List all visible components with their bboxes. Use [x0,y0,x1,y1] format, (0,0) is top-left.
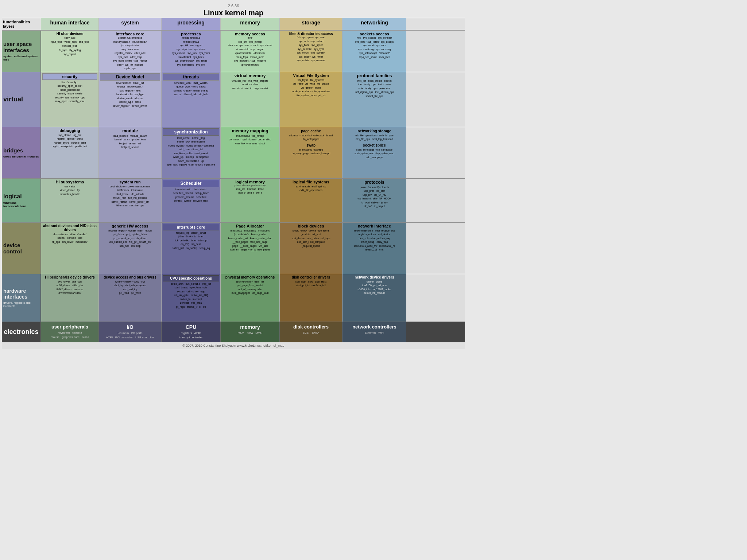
row-hardware-interfaces: hardware interfaces drivers, registers a… [2,274,465,322]
virtual-proc-items: schedule_work · INIT_WORK queue_work · w… [163,81,219,97]
device-proc-items: request_irq · tasklet_struct jiffies_64+… [163,231,219,250]
elec-mem-title: memory [222,324,278,330]
bridges-mem-items: mm/mmap.c · do_mmap do_mmap_pgoff · kmem… [222,134,278,146]
elec-net-title: network controllers [344,324,405,330]
user-net-items: net/ · sys_socket · sys_connect sys_bind… [344,36,405,59]
device-mem-items: mm/slob.c · mm/slab.c · mm/slub.c /proc/… [222,229,278,252]
user-stor-title: files & directories access [281,32,341,36]
virtual-proc-title: threads [163,73,219,81]
copyright-text: © 2007, 2010 Constantine Shulyupin www.M… [183,344,285,347]
bridges-sys-title: module [100,128,160,133]
cell-hw-processing: CPU specific operations setup_arch · x86… [162,274,221,322]
cell-user-hi: HI char devices cdev_add input_fops · vi… [41,31,99,72]
col-header-system: system [99,18,162,30]
logical-label: logical [3,193,39,200]
logical-sublabel: functions implementations [3,201,39,208]
hw-proc-items: setup_arch · x86_64/init.c · trap_init s… [163,282,219,309]
cell-virtual-networking: protocol families inet_init · sock_creat… [342,72,406,127]
elec-mem-items: RAM DMA MMU [222,331,278,336]
col2-label: system [121,20,139,26]
user-proc-title: processes [163,32,219,36]
logical-stor-title: logical file systems [281,180,341,184]
col-header-processing: processing [162,18,221,30]
logical-mem-items: mm_init · kmalloc · kfree pgd_t · pmd_t … [222,187,278,195]
bridges-stor-items: page cache address_space · bdi_writeback… [281,128,341,156]
electronics-row: electronics user peripherals keyboard ca… [2,322,465,342]
cell-device-processing: interrupts core request_irq · tasklet_st… [162,223,221,274]
bridges-proc-title: synchronization [163,128,219,136]
virtual-net-items: inet_init · sock_create · socket inet_fa… [344,79,405,98]
cell-logical-system: system run boot, shutdown power manageme… [99,179,162,222]
cell-user-processing: processes kernel/ fs/exec.c kernel/signa… [162,31,221,72]
user-mem-items: mm/ sys_brk · sys_mmap shm_vm_ops · sys_… [222,36,278,67]
cell-bridges-networking: networking storage nfs_file_operations ·… [342,127,406,178]
device-proc-title: interrupts core [163,224,219,230]
elec-cell-storage: disk controllers SCSI SATA [280,322,342,342]
row-label-device-control: device control [2,223,41,274]
cell-device-hi: abstract devices and HID class drivers d… [41,223,99,274]
col-header-storage: storage [280,18,342,30]
logical-hi-title: HI subsystems [42,180,97,184]
elec-stor-items: SCSI SATA [281,331,341,335]
cell-virtual-system: Device Model drivers/base/ · driver_init… [99,72,162,127]
main-container: 2.6.36 Linux kernel map functionalities … [2,0,465,349]
elec-proc-title: CPU [163,324,219,330]
hardware-label: hardware interfaces [3,288,39,300]
device-hi-title: abstract devices and HID class drivers [42,224,97,232]
cell-device-system: generic HW access request_region · reque… [99,223,162,274]
row-virtual: virtual security linux/security.h securi… [2,72,465,127]
cell-device-networking: network interface linux/netdevice.h · ne… [342,223,406,274]
hw-sys-items: writew · readw · outw · inw ehci_irq · e… [100,280,160,295]
row-label-user-space: user space interfaces system calls and s… [2,31,41,72]
col3-label: processing [177,20,205,26]
device-net-items: linux/netdevice.h · netif_receive_skb re… [344,229,405,252]
col1-label: human interface [50,20,89,26]
virtual-hi-title: security [42,73,97,80]
virtual-mem-items: vmallocl_init · find_vma_prepare vmalloc… [222,79,278,91]
logical-net-items: proto · /proc/net/protocols udp_prot · t… [344,186,405,209]
row-device-control: device control abstract devices and HID … [2,223,465,274]
elec-stor-title: disk controllers [281,324,341,330]
elec-sys-items: I/O mem I/O ports ACPI PCI controller US… [100,331,160,341]
bridges-sublabel: cross-functional modules [3,155,39,158]
row-label-logical: logical functions implementations [2,179,41,222]
hw-hi-title: HI peripherals device drivers [42,275,97,279]
user-stor-items: fs/ · sys_open · sys_read sys_write · sy… [281,36,341,63]
cell-logical-hi: HI subsystems oss · alsa video_device · … [41,179,99,222]
cell-bridges-memory: memory mapping mm/mmap.c · do_mmap do_mm… [221,127,280,178]
logical-hi-items: oss · alsa video_device · tty mousebtn_h… [42,185,97,197]
cell-logical-processing: Scheduler kernel/sched.c · task_struct s… [162,179,221,222]
logical-stor-items: ext4_readdir · ext4_get_sb ext4_file_ope… [281,185,341,192]
elec-hi-items: keyboard camera mouse graphics card audi… [42,331,97,340]
electronics-label: electronics [2,322,41,342]
virtual-net-title: protocol families [344,73,405,78]
device-stor-items: block/ · block_device_operations gendisk… [281,229,341,248]
hw-proc-title: CPU specific operations [163,275,219,281]
user-space-label: user space interfaces [3,41,39,53]
elec-cell-networking: network controllers Ethernet WiFi [342,322,406,342]
device-sys-title: generic HW access [100,224,160,228]
elec-hi-title: user peripherals [42,324,97,330]
virtual-sys-items: drivers/base/ · driver_init kobject · li… [100,81,160,108]
copyright: © 2007, 2010 Constantine Shulyupin www.M… [2,342,465,349]
hw-sys-title: device access and bus drivers [100,275,160,279]
user-space-sublabel: system calls and system files [3,55,39,61]
virtual-mem-title: virtual memory [222,73,278,78]
page-title: 2.6.36 Linux kernel map [2,0,465,18]
user-system-title: interfaces core [100,32,160,36]
hw-net-items: usbnet_probe ipw2100_pci_init_one e1000_… [344,280,405,295]
row-label-bridges: bridges cross-functional modules [2,127,41,178]
logical-proc-title: Scheduler [163,180,219,187]
row-logical: logical functions implementations HI sub… [2,179,465,223]
logical-sys-items: boot, shutdown power management init/ker… [100,185,160,208]
cell-device-memory: Page Allocator mm/slob.c · mm/slab.c · m… [221,223,280,274]
user-hi-items: cdev_add input_fops · video_fops · snd_f… [42,36,97,56]
cell-virtual-memory: virtual memory vmallocl_init · find_vma_… [221,72,280,127]
cell-virtual-storage: Virtual File System vfs_fsync · file_sys… [280,72,342,127]
hw-mem-title: physical memory operations [222,275,278,279]
cell-logical-storage: logical file systems ext4_readdir · ext4… [280,179,342,222]
row-label-virtual: virtual [2,72,41,127]
col5-label: storage [302,20,320,26]
cell-virtual-hi: security linux/security.h security_open_… [41,72,99,127]
virtual-stor-items: vfs_fsync · file_systems vfs_read · vfs_… [281,78,341,98]
